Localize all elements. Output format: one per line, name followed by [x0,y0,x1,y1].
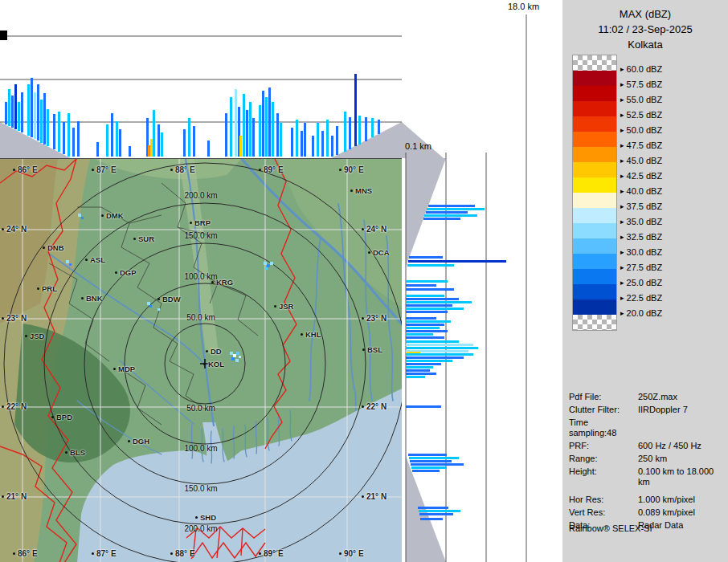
scale-arrow-icon: ▸ [620,188,624,195]
dbz-swatch-7 [573,162,616,177]
axis-tick-marker [0,31,7,40]
scale-arrow-icon: ▸ [620,249,624,256]
dbz-scale-label: ▸32.5 dBZ [620,232,662,242]
blind-zone-wedge [406,456,446,562]
ew-cross-section-grid [0,0,402,158]
dbz-scale-label: ▸22.5 dBZ [620,293,662,303]
scale-arrow-icon: ▸ [620,203,624,210]
scale-arrow-icon: ▸ [620,279,624,287]
info-row: Vert Res:0.089 km/pixel [569,507,725,518]
ew-cross-section-panel [0,0,402,158]
dbz-scale-label: ▸52.5 dBZ [620,110,662,120]
dbz-scale: ▸60.0 dBZ▸57.5 dBZ▸55.0 dBZ▸52.5 dBZ▸50.… [572,55,725,331]
dbz-swatch-5 [573,132,616,147]
dbz-swatch-13 [573,254,616,269]
radar-display-window: 0.1 km 18.0 km [0,0,728,562]
dbz-swatch-6 [573,147,616,162]
blind-zone-wedge [406,158,446,267]
dbz-scale-label: ▸60.0 dBZ [620,64,662,74]
dbz-swatch-16 [573,299,616,315]
dbz-swatch-9 [573,193,616,208]
dbz-scale-label: ▸27.5 dBZ [620,263,662,272]
info-row: Clutter Filter:IIRDoppler 7 [569,405,725,415]
scale-arrow-icon: ▸ [620,218,624,226]
dbz-swatch-4 [573,116,616,132]
product-timestamp: 11:02 / 23-Sep-2025 [562,22,728,37]
software-brand: Rainbow® SELEX-SI [569,523,652,533]
dbz-scale-label: ▸30.0 dBZ [620,247,662,257]
scale-arrow-icon: ▸ [620,264,624,271]
blind-zone-wedge [402,122,444,158]
blind-zone-wedge [331,122,402,158]
info-row: Pdf File:250Z.max [569,392,725,402]
scale-arrow-icon: ▸ [620,157,624,165]
scale-arrow-icon: ▸ [620,142,624,149]
info-row: Time sampling:48 [569,417,725,438]
dbz-swatch-1 [573,71,616,86]
dbz-scale-label: ▸40.0 dBZ [620,186,662,196]
dbz-swatches [572,55,617,331]
blind-zone-wedge [0,122,71,158]
dbz-scale-label: ▸57.5 dBZ [620,79,662,89]
dbz-swatch-17 [573,315,616,330]
map-viewport[interactable]: 86° E86° E87° E87° E88° E88° E89° E89° E… [0,158,402,562]
dbz-swatch-11 [573,223,616,238]
dbz-scale-label: ▸37.5 dBZ [620,202,662,211]
legend-title-block: MAX (dBZ) 11:02 / 23-Sep-2025 Kolkata [562,0,728,52]
scale-arrow-icon: ▸ [620,173,624,180]
height-axis-origin-label: 0.1 km [405,141,431,151]
product-title: MAX (dBZ) [562,6,728,22]
scale-arrow-icon: ▸ [620,96,624,104]
dbz-swatch-15 [573,284,616,299]
scale-arrow-icon: ▸ [620,81,624,88]
height-axis-top-label: 18.0 km [508,2,539,11]
scale-arrow-icon: ▸ [620,310,624,317]
map-canvas [0,159,402,562]
scale-arrow-icon: ▸ [620,127,624,134]
dbz-scale-label: ▸25.0 dBZ [620,278,662,287]
info-row: Height:0.100 km to 18.000 km [569,466,725,487]
dbz-scale-label: ▸50.0 dBZ [620,125,662,135]
dbz-scale-label: ▸47.5 dBZ [620,140,662,150]
dbz-scale-label: ▸42.5 dBZ [620,171,662,181]
info-rows: Pdf File:250Z.maxClutter Filter:IIRDoppl… [569,392,725,533]
dbz-scale-label: ▸45.0 dBZ [620,156,662,165]
info-row: Range:250 km [569,454,725,464]
legend-panel: MAX (dBZ) 11:02 / 23-Sep-2025 Kolkata ▸6… [562,0,728,562]
info-row: PRF:600 Hz / 450 Hz [569,441,725,451]
scale-arrow-icon: ▸ [620,295,624,302]
radar-site-name: Kolkata [562,37,728,52]
dbz-swatch-14 [573,269,616,284]
scale-arrow-icon: ▸ [620,234,624,241]
dbz-swatch-12 [573,238,616,254]
ns-cross-section-panel: 0.1 km 18.0 km [402,0,562,562]
dbz-swatch-10 [573,208,616,223]
dbz-scale-label: ▸55.0 dBZ [620,95,662,104]
scale-arrow-icon: ▸ [620,112,624,119]
dbz-scale-label: ▸20.0 dBZ [620,308,662,318]
dbz-scale-label: ▸35.0 dBZ [620,217,662,226]
dbz-swatch-8 [573,177,616,193]
info-row: Hor Res:1.000 km/pixel [569,495,725,505]
dbz-labels: ▸60.0 dBZ▸57.5 dBZ▸55.0 dBZ▸52.5 dBZ▸50.… [620,55,717,332]
dbz-swatch-3 [573,101,616,116]
dbz-swatch-0 [573,55,616,71]
ns-cross-section-grid [402,0,562,562]
dbz-swatch-2 [573,86,616,101]
scale-arrow-icon: ▸ [620,66,624,73]
